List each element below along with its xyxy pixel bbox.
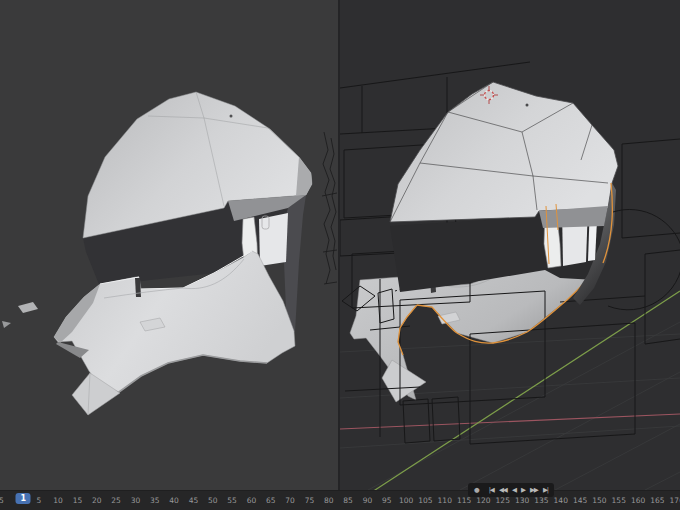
floating-quad[interactable] — [18, 302, 38, 313]
timeline-tick[interactable]: 95 — [382, 496, 392, 505]
viewport-edit[interactable] — [340, 0, 680, 490]
previous-keyframe-button[interactable]: ◀◀ — [497, 484, 509, 497]
timeline-tick[interactable]: 80 — [324, 496, 334, 505]
dome-pin-hole — [526, 104, 529, 107]
timeline-tick[interactable]: 25 — [111, 496, 121, 505]
timeline-tick[interactable]: 155 — [612, 496, 626, 505]
timeline-tick[interactable]: 70 — [285, 496, 295, 505]
timeline-tick[interactable]: 145 — [573, 496, 587, 505]
viewport-solid[interactable] — [0, 0, 338, 490]
wire-sphere[interactable] — [608, 209, 680, 309]
edit-viewport-canvas[interactable] — [340, 0, 680, 490]
timeline-tick[interactable]: 125 — [496, 496, 510, 505]
current-frame-indicator[interactable]: 1 — [16, 493, 31, 504]
timeline-tick[interactable]: 45 — [189, 496, 199, 505]
left-edge-arrow — [2, 321, 11, 328]
timeline-tick[interactable]: 60 — [247, 496, 257, 505]
timeline-tick[interactable]: 110 — [438, 496, 452, 505]
next-keyframe-button[interactable]: ▶▶ — [528, 484, 540, 497]
timeline-tick[interactable]: 160 — [631, 496, 645, 505]
edit-helmet-dome[interactable] — [390, 82, 618, 228]
timeline-tick[interactable]: 100 — [399, 496, 413, 505]
timeline-tick[interactable]: 120 — [476, 496, 490, 505]
timeline-tick[interactable]: 140 — [554, 496, 568, 505]
solid-viewport-canvas[interactable] — [0, 0, 338, 490]
timeline-tick[interactable]: 130 — [515, 496, 529, 505]
timeline-tick[interactable]: 170 — [670, 496, 680, 505]
timeline-tick[interactable]: 150 — [592, 496, 606, 505]
jump-to-start-button[interactable]: |◀ — [487, 484, 496, 497]
timeline-tick[interactable]: 85 — [343, 496, 353, 505]
timeline-tick[interactable]: 115 — [457, 496, 471, 505]
auto-key-record-button[interactable]: ● — [472, 484, 481, 497]
timeline[interactable]: -551015202530354045505560657075808590951… — [0, 490, 680, 510]
timeline-tick[interactable]: 65 — [266, 496, 276, 505]
blender-window: ●|◀◀◀◀▶▶▶▶| -551015202530354045505560657… — [0, 0, 680, 510]
timeline-tick[interactable]: 40 — [169, 496, 179, 505]
timeline-tick[interactable]: -5 — [0, 496, 4, 505]
timeline-tick[interactable]: 165 — [650, 496, 664, 505]
timeline-tick[interactable]: 55 — [227, 496, 237, 505]
timeline-tick[interactable]: 35 — [150, 496, 160, 505]
dome-pin-hole — [230, 115, 233, 118]
timeline-tick[interactable]: 135 — [534, 496, 548, 505]
timeline-tick[interactable]: 15 — [73, 496, 83, 505]
playback-controls: ●|◀◀◀◀▶▶▶▶| — [468, 483, 554, 497]
jump-to-end-button[interactable]: ▶| — [541, 484, 550, 497]
timeline-tick[interactable]: 75 — [305, 496, 315, 505]
edge-wireframe-scribbles — [322, 132, 337, 284]
jaw-slot — [135, 278, 141, 297]
timeline-tick[interactable]: 30 — [131, 496, 141, 505]
timeline-tick[interactable]: 50 — [208, 496, 218, 505]
timeline-tick[interactable]: 90 — [363, 496, 373, 505]
visor-inner-panel[interactable] — [259, 213, 288, 266]
timeline-tick[interactable]: 10 — [53, 496, 63, 505]
axis-x-red — [340, 414, 680, 429]
play-reverse-button[interactable]: ◀ — [510, 484, 518, 497]
timeline-tick[interactable]: 105 — [418, 496, 432, 505]
timeline-tick[interactable]: 20 — [92, 496, 102, 505]
timeline-tick[interactable]: 5 — [36, 496, 41, 505]
play-button[interactable]: ▶ — [519, 484, 527, 497]
